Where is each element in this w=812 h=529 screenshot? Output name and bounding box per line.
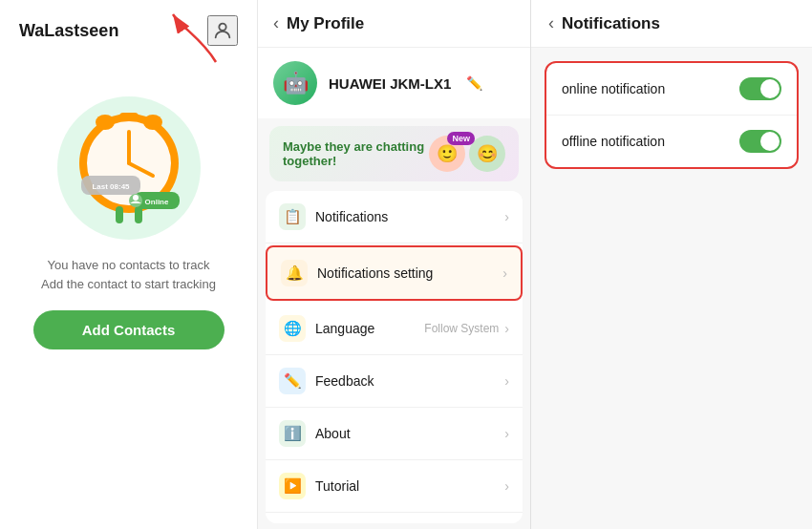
chevron-icon-4: › <box>504 373 509 389</box>
menu-label-tutorial: Tutorial <box>315 478 504 494</box>
menu-item-feedback[interactable]: ✏️ Feedback › <box>266 355 523 408</box>
svg-point-0 <box>219 24 225 31</box>
menu-label-notifications: Notifications <box>315 209 504 224</box>
profile-section: 🤖 HUAWEI JKM-LX1 ✏️ <box>258 48 530 118</box>
about-icon: ℹ️ <box>279 420 306 447</box>
offline-notification-toggle[interactable] <box>739 130 781 153</box>
promo-badge: New <box>447 132 475 145</box>
language-sub: Follow System <box>424 322 499 335</box>
menu-item-notifications-setting[interactable]: 🔔 Notifications setting › <box>266 245 523 301</box>
svg-point-17 <box>133 195 139 201</box>
back-button[interactable]: ‹ <box>273 13 279 33</box>
menu-label-feedback: Feedback <box>315 373 504 389</box>
tutorial-icon: ▶️ <box>279 473 306 499</box>
menu-item-tutorial[interactable]: ▶️ Tutorial › <box>266 460 523 513</box>
notif-item-online: online notification <box>546 63 797 116</box>
promo-text: Maybe they are chatting together! <box>283 139 429 168</box>
right-header: ‹ Notifications <box>531 0 812 48</box>
menu-label-language: Language <box>315 321 424 336</box>
middle-title: My Profile <box>287 14 364 33</box>
online-notification-label: online notification <box>562 81 739 96</box>
clock-illustration: Last 08:45 Online <box>43 73 215 244</box>
middle-panel: ‹ My Profile 🤖 HUAWEI JKM-LX1 ✏️ Maybe t… <box>258 0 531 529</box>
svg-rect-10 <box>116 206 123 223</box>
menu-section: 📋 Notifications › 🔔 Notifications settin… <box>266 191 523 523</box>
online-notification-toggle[interactable] <box>739 77 781 100</box>
chevron-icon-6: › <box>504 478 509 494</box>
app-title: WaLastseen <box>19 21 118 41</box>
svg-rect-7 <box>119 113 139 120</box>
profile-icon-button[interactable] <box>207 15 238 46</box>
svg-text:Online: Online <box>144 198 168 206</box>
promo-banner: Maybe they are chatting together! New 🙂 … <box>269 126 519 181</box>
no-contacts-text: You have no contacts to track Add the co… <box>41 256 216 293</box>
clock-svg: Last 08:45 Online <box>43 73 215 244</box>
menu-label-notifications-setting: Notifications setting <box>317 265 502 281</box>
avatar: 🤖 <box>273 61 317 105</box>
svg-point-8 <box>96 115 115 130</box>
profile-name: HUAWEI JKM-LX1 <box>329 75 451 92</box>
menu-item-language[interactable]: 🌐 Language Follow System › <box>266 303 523 355</box>
offline-notification-label: offline notification <box>562 134 739 149</box>
menu-item-about[interactable]: ℹ️ About › <box>266 408 523 460</box>
right-panel: ‹ Notifications online notification offl… <box>531 0 812 529</box>
feedback-icon: ✏️ <box>279 368 306 394</box>
right-title: Notifications <box>562 14 660 33</box>
menu-item-learn-more[interactable]: 🌀 Learn More › <box>266 513 523 523</box>
menu-item-notifications[interactable]: 📋 Notifications › <box>266 191 523 243</box>
add-contacts-button[interactable]: Add Contacts <box>33 310 224 349</box>
middle-header: ‹ My Profile <box>258 0 530 48</box>
edit-icon[interactable]: ✏️ <box>466 75 482 91</box>
language-icon: 🌐 <box>279 315 306 342</box>
notifications-icon: 📋 <box>279 203 306 230</box>
svg-point-9 <box>143 115 162 130</box>
menu-label-about: About <box>315 426 504 441</box>
left-header: WaLastseen <box>19 15 238 46</box>
promo-label: Maybe they are chatting together! <box>283 139 429 168</box>
notifications-setting-icon: 🔔 <box>281 260 308 286</box>
svg-text:Last 08:45: Last 08:45 <box>92 182 130 191</box>
chevron-icon-2: › <box>502 265 507 281</box>
person-icon <box>212 20 233 41</box>
notifications-box: online notification offline notification <box>545 61 799 169</box>
chevron-icon-5: › <box>504 426 509 441</box>
right-back-button[interactable]: ‹ <box>548 13 554 33</box>
chevron-icon: › <box>504 209 509 224</box>
left-panel: WaLastseen <box>0 0 258 529</box>
chevron-icon-3: › <box>504 321 509 336</box>
notif-item-offline: offline notification <box>546 116 797 167</box>
